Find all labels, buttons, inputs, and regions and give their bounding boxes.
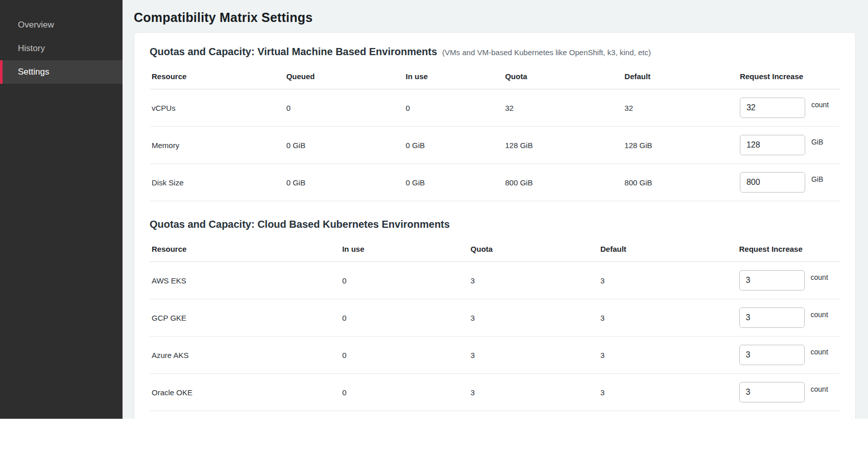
k8s-table-header-row: Resource In use Quota Default Request In… — [150, 237, 840, 262]
page-title: Compatibility Matrix Settings — [123, 0, 868, 32]
quota-cell: 3 — [469, 337, 598, 374]
in-use-cell: 0 — [404, 89, 503, 127]
table-row: vCPUs 0 0 32 32 count — [150, 89, 840, 127]
default-cell: 3 — [598, 337, 737, 374]
quota-cell: 3 — [469, 299, 598, 337]
vm-table-body: vCPUs 0 0 32 32 count Memory 0 GiB 0 GiB… — [150, 89, 840, 201]
column-header: Request Increase — [737, 237, 840, 262]
in-use-cell: 0 — [340, 337, 468, 374]
quota-cell: 3 — [469, 374, 598, 411]
resource-cell: Azure AKS — [150, 337, 340, 374]
table-row: Memory 0 GiB 0 GiB 128 GiB 128 GiB GiB — [150, 127, 840, 164]
in-use-cell: 0 GiB — [404, 164, 503, 201]
quota-cell: 800 GiB — [503, 164, 622, 201]
default-cell: 3 — [598, 374, 737, 411]
vm-table-header-row: Resource Queued In use Quota Default Req… — [150, 65, 840, 89]
resource-cell: AWS EKS — [150, 262, 340, 299]
vm-section-title: Quotas and Capacity: Virtual Machine Bas… — [150, 46, 437, 58]
request-increase-input[interactable] — [740, 98, 805, 118]
unit-label: count — [811, 273, 828, 281]
k8s-table-body: AWS EKS 0 3 3 count GCP GKE 0 3 3 count … — [150, 262, 840, 411]
page-bottom-whitespace — [0, 419, 868, 454]
sidebar: Overview History Settings — [0, 0, 123, 419]
table-row: Azure AKS 0 3 3 count — [150, 337, 840, 374]
resource-cell: vCPUs — [150, 89, 284, 127]
settings-card: Quotas and Capacity: Virtual Machine Bas… — [134, 32, 856, 419]
request-increase-cell: GiB — [738, 127, 840, 164]
column-header: Resource — [150, 65, 284, 89]
request-increase-input[interactable] — [739, 307, 805, 328]
column-header: Quota — [503, 65, 622, 89]
table-row: GCP GKE 0 3 3 count — [150, 299, 840, 337]
unit-label: count — [811, 348, 828, 356]
k8s-section-title: Quotas and Capacity: Cloud Based Kuberne… — [150, 219, 450, 230]
unit-label: count — [811, 310, 828, 319]
table-row: AWS EKS 0 3 3 count — [150, 262, 840, 299]
resource-cell: GCP GKE — [150, 299, 340, 337]
request-increase-input[interactable] — [740, 172, 805, 193]
sidebar-item-overview[interactable]: Overview — [0, 13, 123, 37]
in-use-cell: 0 — [340, 374, 468, 411]
quota-cell: 3 — [469, 262, 598, 299]
column-header: In use — [340, 237, 468, 262]
unit-label: GiB — [811, 175, 823, 183]
table-row: Disk Size 0 GiB 0 GiB 800 GiB 800 GiB Gi… — [150, 164, 840, 201]
column-header: Quota — [469, 237, 598, 262]
column-header: Default — [598, 237, 737, 262]
request-increase-cell: count — [737, 337, 840, 374]
column-header: Request Increase — [738, 65, 840, 89]
queued-cell: 0 — [284, 89, 404, 127]
unit-label: GiB — [811, 138, 823, 146]
request-increase-cell: GiB — [738, 164, 840, 201]
sidebar-item-settings[interactable]: Settings — [0, 60, 123, 84]
resource-cell: Memory — [150, 127, 284, 164]
sidebar-item-history[interactable]: History — [0, 37, 123, 60]
request-increase-cell: count — [737, 262, 840, 299]
request-increase-cell: count — [737, 299, 840, 337]
default-cell: 32 — [622, 89, 738, 127]
vm-section-subtitle: (VMs and VM-based Kubernetes like OpenSh… — [442, 48, 651, 57]
request-increase-input[interactable] — [739, 270, 805, 291]
resource-cell: Disk Size — [150, 164, 284, 201]
unit-label: count — [811, 385, 828, 393]
column-header: In use — [404, 65, 503, 89]
table-row: Oracle OKE 0 3 3 count — [150, 374, 840, 411]
request-increase-cell: count — [738, 89, 840, 127]
column-header: Default — [622, 65, 738, 89]
unit-label: count — [811, 101, 829, 109]
column-header: Resource — [150, 237, 340, 262]
default-cell: 800 GiB — [622, 164, 738, 201]
default-cell: 3 — [598, 299, 737, 337]
request-increase-input[interactable] — [739, 382, 805, 402]
request-increase-cell: count — [737, 374, 840, 411]
quota-cell: 128 GiB — [503, 127, 622, 164]
request-increase-input[interactable] — [740, 135, 805, 155]
resource-cell: Oracle OKE — [150, 374, 340, 411]
request-increase-input[interactable] — [739, 345, 805, 365]
k8s-quota-table: Resource In use Quota Default Request In… — [150, 237, 840, 411]
in-use-cell: 0 — [340, 262, 468, 299]
queued-cell: 0 GiB — [284, 164, 404, 201]
app-window: Overview History Settings Compatibility … — [0, 0, 868, 419]
vm-quota-table: Resource Queued In use Quota Default Req… — [150, 65, 840, 201]
in-use-cell: 0 GiB — [404, 127, 503, 164]
default-cell: 3 — [598, 262, 737, 299]
default-cell: 128 GiB — [622, 127, 738, 164]
quota-cell: 32 — [503, 89, 622, 127]
main-content: Compatibility Matrix Settings Quotas and… — [123, 0, 868, 419]
column-header: Queued — [284, 65, 404, 89]
in-use-cell: 0 — [340, 299, 468, 337]
queued-cell: 0 GiB — [284, 127, 404, 164]
